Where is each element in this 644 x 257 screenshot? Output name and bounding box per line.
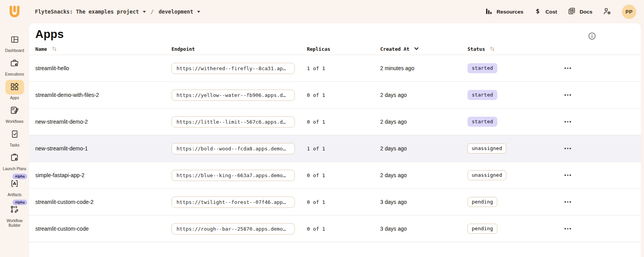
column-header-endpoint: Endpoint — [171, 46, 307, 52]
sidebar-item-tasks[interactable]: Tasks — [2, 127, 28, 148]
sidebar-item-icon-box — [5, 80, 24, 95]
row-actions-button[interactable] — [562, 64, 573, 72]
column-header-status[interactable]: Status — [467, 46, 561, 53]
apps-icon — [10, 82, 19, 93]
sidebar-item-workflows[interactable]: Workflows — [2, 103, 28, 124]
caret-down-icon — [197, 11, 200, 13]
endpoint-url: https://bold--wood--fcda8.apps.demo… — [177, 146, 286, 152]
topbar-actions: Resources $ Cost Docs PP — [485, 5, 636, 19]
status-badge: pending — [467, 197, 497, 207]
info-button[interactable] — [588, 32, 596, 41]
column-label: Name — [35, 46, 47, 52]
row-actions-button[interactable] — [562, 118, 573, 126]
topbar-action-label: Cost — [545, 9, 557, 15]
sidebar-item-artifacts[interactable]: Alpha Artifacts — [2, 177, 28, 197]
replicas-value: 0 of 1 — [307, 199, 380, 205]
endpoint-url: https://withered--firefly--8ca31.ap… — [177, 66, 286, 71]
sidebar-item-icon-box — [5, 103, 24, 118]
info-icon — [588, 35, 596, 41]
sidebar-item-dashboard[interactable]: Dashboard — [2, 33, 28, 53]
row-actions-button[interactable] — [562, 198, 573, 206]
alpha-badge: Alpha — [12, 174, 27, 179]
column-label: Replicas — [307, 46, 330, 52]
created-at-value: 2 days ago — [380, 172, 467, 178]
chevron-down-icon — [414, 46, 419, 52]
avatar[interactable]: PP — [622, 5, 636, 19]
sidebar-item-label: Workflows — [2, 119, 28, 124]
endpoint-link[interactable]: https://withered--firefly--8ca31.ap… — [171, 63, 295, 74]
table-row[interactable]: new-streamlit-demo-1 https://bold--wood-… — [29, 135, 641, 162]
topbar-action-label: Docs — [580, 9, 592, 15]
row-actions-button[interactable] — [562, 171, 573, 179]
endpoint-link[interactable]: https://twilight--forest--07f46.app… — [171, 197, 295, 208]
workflows-icon — [10, 105, 19, 116]
table-row[interactable]: new-streamlit-demo-2 https://little--lim… — [29, 109, 641, 135]
sidebar-item-workflow-builder[interactable]: Alpha Workflow Builder — [2, 203, 28, 228]
workflow-builder-icon — [10, 205, 19, 216]
status-badge: unassigned — [467, 143, 506, 154]
created-at-value: 2 days ago — [380, 92, 467, 98]
table-row[interactable]: streamlit-custom-code https://rough--bar… — [29, 216, 641, 242]
endpoint-link[interactable]: https://rough--bar--25870.apps.demo… — [171, 223, 295, 235]
sidebar-item-executions[interactable]: Executions — [2, 56, 28, 77]
table-row[interactable]: streamlit-demo-with-files-2 https://yell… — [29, 82, 641, 109]
breadcrumb: FlyteSnacks: The examples project / deve… — [35, 9, 200, 15]
admin-settings-button[interactable] — [602, 7, 612, 17]
sidebar-item-icon-box — [5, 151, 24, 166]
endpoint-url: https://yellow--water--fb906.apps.d… — [177, 92, 286, 98]
table-row[interactable]: streamlit-hello https://withered--firefl… — [29, 55, 641, 82]
app-name: new-streamlit-demo-1 — [35, 145, 171, 152]
endpoint-link[interactable]: https://bold--wood--fcda8.apps.demo… — [171, 143, 295, 154]
table-row[interactable]: simple-fastapi-app-2 https://blue--king-… — [29, 162, 641, 189]
sidebar-item-label: Workflow Builder — [2, 219, 28, 228]
topbar-action-resources[interactable]: Resources — [485, 7, 523, 17]
sidebar-item-label: Executions — [2, 72, 28, 77]
row-actions-button[interactable] — [562, 225, 573, 233]
endpoint-url: https://rough--bar--25870.apps.demo… — [177, 226, 286, 232]
apps-panel-header: Apps — [29, 23, 641, 43]
executions-icon — [10, 58, 19, 69]
app-name: new-streamlit-demo-2 — [35, 119, 171, 125]
row-actions-button[interactable] — [562, 91, 573, 99]
sidebar-item-label: Apps — [2, 96, 28, 100]
launch-plans-icon — [10, 153, 19, 164]
replicas-value: 0 of 1 — [307, 119, 380, 125]
docs-icon — [567, 7, 576, 17]
column-label: Created At — [380, 46, 409, 52]
svg-text:$: $ — [536, 7, 540, 15]
created-at-value: 3 days ago — [380, 226, 467, 232]
topbar-action-docs[interactable]: Docs — [567, 7, 592, 17]
domain-selector-label: development — [159, 9, 193, 15]
endpoint-link[interactable]: https://little--limit--567c6.apps.d… — [171, 116, 295, 128]
sidebar-item-launch-plans[interactable]: Launch Plans — [2, 151, 28, 171]
dashboard-icon — [10, 35, 19, 45]
column-header-name[interactable]: Name — [35, 46, 171, 53]
endpoint-link[interactable]: https://yellow--water--fb906.apps.d… — [171, 90, 295, 101]
replicas-value: 0 of 1 — [307, 226, 380, 232]
status-badge: unassigned — [467, 170, 506, 180]
created-at-value: 2 minutes ago — [380, 65, 467, 71]
sort-arrows-icon — [52, 46, 57, 53]
caret-down-icon — [143, 11, 146, 13]
sidebar-item-label: Dashboard — [2, 48, 28, 53]
app-name: streamlit-custom-code — [35, 226, 171, 232]
row-actions-button[interactable] — [562, 145, 573, 152]
endpoint-link[interactable]: https://blue--king--663a7.apps.demo… — [171, 170, 295, 181]
app-name: streamlit-hello — [35, 65, 171, 71]
domain-selector[interactable]: development — [159, 9, 200, 15]
artifacts-icon — [10, 179, 19, 190]
page-title: Apps — [35, 28, 64, 41]
topbar-action-cost[interactable]: $ Cost — [533, 7, 557, 17]
column-label: Status — [467, 46, 485, 52]
sidebar-item-label: Launch Plans — [2, 167, 28, 171]
sidebar-item-apps[interactable]: Apps — [2, 80, 28, 100]
union-logo[interactable] — [8, 5, 21, 18]
table-row[interactable]: streamlit-custom-code-2 https://twilight… — [29, 189, 641, 216]
column-header-created-at[interactable]: Created At — [380, 46, 467, 52]
project-selector[interactable]: FlyteSnacks: The examples project — [35, 9, 146, 15]
endpoint-url: https://twilight--forest--07f46.app… — [177, 199, 286, 205]
created-at-value: 2 days ago — [380, 119, 467, 125]
endpoint-url: https://little--limit--567c6.apps.d… — [177, 119, 286, 125]
sidebar-item-icon-box — [5, 33, 24, 47]
bar-chart-icon — [485, 7, 493, 17]
